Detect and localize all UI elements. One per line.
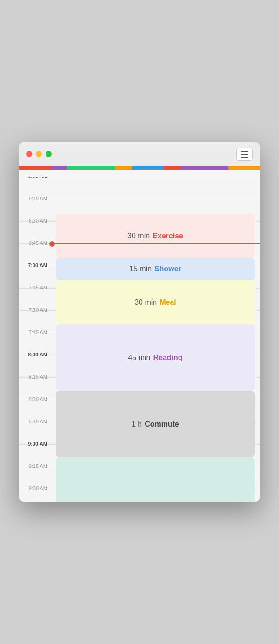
event-duration: 30 min — [134, 298, 157, 307]
time-label: 6:00 AM — [19, 177, 52, 179]
time-line — [19, 199, 260, 199]
time-label: 7:30 AM — [19, 307, 52, 313]
event-name: Reading — [153, 354, 182, 362]
app-window: 6:00 AM6:15 AM6:30 AM6:45 AM7:00 AM7:15 … — [19, 142, 260, 502]
time-label: 8:15 AM — [19, 374, 52, 380]
menu-icon-line3 — [241, 157, 248, 158]
maximize-button[interactable] — [46, 151, 52, 157]
time-line — [19, 177, 260, 177]
timeline-container[interactable]: 6:00 AM6:15 AM6:30 AM6:45 AM7:00 AM7:15 … — [19, 177, 260, 502]
color-segment-1 — [19, 166, 51, 170]
close-button[interactable] — [26, 151, 32, 157]
event-meal[interactable]: 30 minMeal — [56, 280, 255, 324]
event-commute[interactable]: 1 hCommute — [56, 391, 255, 457]
time-label: 9:00 AM — [19, 441, 52, 447]
event-shower[interactable]: 15 minShower — [56, 258, 255, 280]
time-label: 7:00 AM — [19, 263, 52, 268]
color-segment-5 — [132, 166, 164, 170]
time-label: 8:30 AM — [19, 396, 52, 402]
traffic-lights — [26, 151, 52, 157]
title-bar — [19, 142, 260, 166]
color-bar — [19, 166, 260, 170]
time-label: 8:45 AM — [19, 419, 52, 424]
event-reading[interactable]: 45 minReading — [56, 324, 255, 391]
time-label: 6:45 AM — [19, 240, 52, 246]
event-work[interactable]: 1.5 hWork — [56, 457, 255, 502]
event-name: Commute — [145, 420, 179, 428]
event-duration: 30 min — [127, 232, 150, 240]
color-segment-7 — [180, 166, 228, 170]
time-label: 8:00 AM — [19, 352, 52, 357]
time-label: 9:15 AM — [19, 463, 52, 469]
color-segment-4 — [115, 166, 132, 170]
color-segment-3 — [67, 166, 115, 170]
time-label: 6:15 AM — [19, 196, 52, 201]
event-name: Meal — [159, 298, 176, 307]
event-duration: 15 min — [129, 265, 152, 273]
minimize-button[interactable] — [36, 151, 42, 157]
timeline-inner: 6:00 AM6:15 AM6:30 AM6:45 AM7:00 AM7:15 … — [19, 177, 260, 502]
current-time-indicator — [52, 243, 260, 244]
event-name: Shower — [154, 265, 181, 273]
time-label: 6:30 AM — [19, 218, 52, 223]
current-time-dot — [49, 241, 55, 247]
color-segment-6 — [164, 166, 180, 170]
event-exercise[interactable]: 30 minExercise — [56, 214, 255, 258]
status-row — [19, 170, 260, 177]
color-segment-2 — [51, 166, 67, 170]
event-duration: 45 min — [128, 354, 150, 362]
time-label: 7:15 AM — [19, 285, 52, 290]
time-label: 7:45 AM — [19, 329, 52, 335]
event-duration: 1 h — [132, 420, 142, 428]
menu-button[interactable] — [236, 148, 253, 161]
menu-icon-line1 — [241, 151, 248, 152]
color-segment-8 — [228, 166, 260, 170]
event-name: Exercise — [153, 232, 183, 240]
menu-icon-line2 — [241, 154, 248, 155]
time-label: 9:30 AM — [19, 486, 52, 491]
